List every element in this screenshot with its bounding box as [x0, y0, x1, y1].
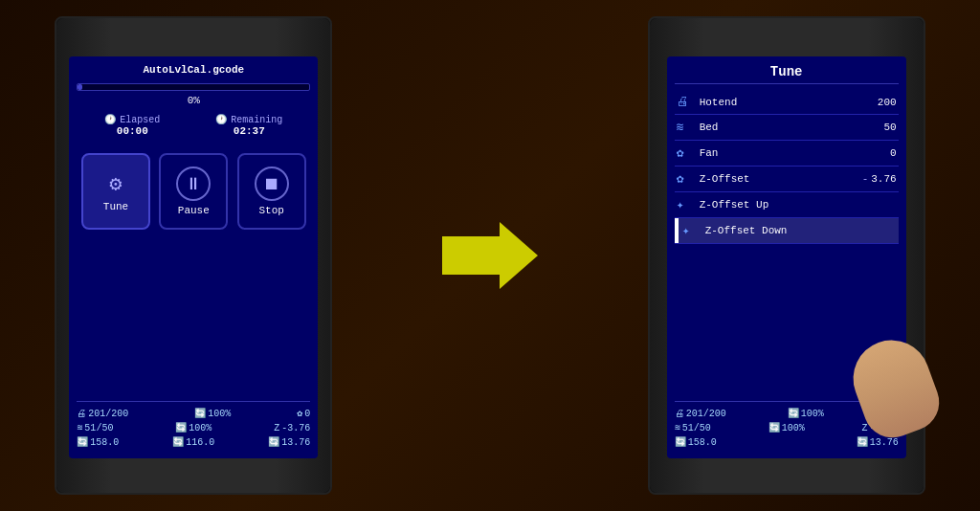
r-x-status: 🔄 158.0 [675, 436, 717, 448]
status-row-2: ≋ 51/50 🔄 100% Z -3.76 [77, 422, 310, 433]
r-bed-status: ≋ 51/50 [675, 422, 711, 433]
status-row-r2: ≋ 51/50 🔄 100% Z -3.76 [675, 422, 899, 433]
r-z-coord-icon: 🔄 [857, 436, 868, 448]
hotend-tune-icon: 🖨 [677, 95, 696, 109]
r-hotend-reading: 201/200 [686, 409, 726, 419]
r-bed-speed: 🔄 100% [768, 422, 805, 433]
z-status: Z -3.76 [274, 423, 310, 433]
speed-status: 🔄 100% [194, 408, 231, 419]
zoffset-up-label: Z-Offset Up [700, 199, 897, 211]
status-bar-left: 🖨 201/200 🔄 100% ✿ 0 [77, 401, 310, 451]
buttons-row: ⚙ Tune ⏸ Pause ⏹ Stop [77, 153, 310, 230]
y-icon: 🔄 [172, 436, 184, 448]
bed-status: ≋ 51/50 [77, 422, 113, 433]
fan-tune-label: Fan [700, 147, 890, 159]
progress-pct: 0% [77, 95, 310, 106]
r-bed-icon: ≋ [675, 422, 680, 433]
bed-tune-icon: ≋ [677, 120, 696, 135]
stop-label: Stop [258, 205, 283, 216]
selected-indicator [675, 218, 679, 243]
z-coord-status: 🔄 13.76 [268, 436, 310, 448]
fan-status: ✿ 0 [297, 408, 310, 419]
screen-left: AutoLvlCal.gcode 0% 🕐 Elapsed 00:00 [69, 56, 318, 458]
tune-item-bed[interactable]: ≋ Bed 50 [675, 115, 899, 141]
arrow-container [442, 222, 538, 289]
hotend-status: 🖨 201/200 [77, 408, 128, 419]
fan-tune-icon: ✿ [677, 145, 696, 161]
tune-button[interactable]: ⚙ Tune [81, 153, 150, 230]
zoffset-down-label: Z-Offset Down [705, 225, 897, 236]
status-row-1: 🖨 201/200 🔄 100% ✿ 0 [77, 408, 310, 419]
bed-speed-icon: 🔄 [175, 422, 187, 433]
bed-reading: 51/50 [84, 423, 113, 433]
printer-left: AutoLvlCal.gcode 0% 🕐 Elapsed 00:00 [55, 16, 332, 495]
speed-icon: 🔄 [194, 408, 206, 419]
zoffset-minus-icon: - [862, 173, 869, 185]
zoffset-tune-label: Z-Offset [700, 173, 862, 185]
fan-tune-value: 0 [890, 147, 897, 159]
x-status: 🔄 158.0 [77, 436, 119, 448]
r-z-coord-status: 🔄 13.76 [857, 436, 899, 448]
bed-icon: ≋ [77, 422, 82, 433]
r-hotend-status: 🖨 201/200 [675, 408, 726, 419]
remaining-block: 🕐 Remaining 02:37 [215, 114, 282, 137]
remaining-value: 02:37 [234, 125, 265, 137]
z-coord-icon: 🔄 [268, 436, 279, 448]
r-x-icon: 🔄 [675, 436, 686, 448]
time-row: 🕐 Elapsed 00:00 🕐 Remaining 02:37 [77, 114, 310, 137]
y-status: 🔄 116.0 [172, 436, 214, 448]
progress-bar-container [77, 83, 310, 91]
pause-icon: ⏸ [176, 167, 211, 201]
fan-icon: ✿ [297, 408, 302, 419]
r-bed-reading: 51/50 [682, 423, 711, 433]
x-icon: 🔄 [77, 436, 88, 448]
tune-item-hotend[interactable]: 🖨 Hotend 200 [675, 90, 899, 115]
remaining-label: 🕐 Remaining [215, 114, 282, 125]
z-icon: Z [274, 423, 279, 433]
pause-label: Pause [178, 205, 210, 216]
timer-icon: 🕐 [215, 114, 227, 125]
tune-title: Tune [675, 64, 899, 84]
r-bed-speed-icon: 🔄 [768, 422, 780, 433]
progress-bar-fill [78, 84, 82, 90]
pause-button[interactable]: ⏸ Pause [159, 153, 228, 230]
hotend-icon: 🖨 [77, 408, 86, 419]
stop-button[interactable]: ⏹ Stop [237, 153, 306, 230]
filename: AutoLvlCal.gcode [77, 64, 310, 76]
zoffset-down-icon: ✦ [682, 223, 702, 238]
tune-item-zoffset-down[interactable]: ✦ Z-Offset Down [675, 218, 899, 244]
status-row-3: 🔄 158.0 🔄 116.0 🔄 13.76 [77, 436, 310, 448]
r-z-icon: Z [862, 423, 868, 433]
hotend-tune-value: 200 [878, 97, 897, 108]
r-speed-status: 🔄 100% [788, 408, 824, 419]
scene: AutoLvlCal.gcode 0% 🕐 Elapsed 00:00 [0, 0, 980, 511]
r-speed-icon: 🔄 [788, 408, 799, 419]
arrow-right-icon [442, 222, 538, 289]
r-hotend-icon: 🖨 [675, 408, 684, 419]
tune-item-zoffset[interactable]: ✿ Z-Offset - 3.76 [675, 167, 899, 192]
zoffset-tune-icon: ✿ [677, 171, 696, 187]
zoffset-tune-value: 3.76 [871, 173, 896, 185]
printer-right: Tune 🖨 Hotend 200 ≋ Bed 50 ✿ Fan 0 [648, 16, 925, 495]
gear-icon: ⚙ [109, 171, 122, 197]
clock-icon: 🕐 [104, 114, 116, 125]
stop-icon: ⏹ [255, 167, 289, 201]
zoffset-up-icon: ✦ [677, 197, 696, 212]
svg-marker-0 [442, 222, 538, 289]
bed-speed: 🔄 100% [175, 422, 212, 433]
elapsed-label: 🕐 Elapsed [104, 114, 160, 125]
elapsed-value: 00:00 [117, 125, 148, 137]
bed-tune-label: Bed [700, 122, 884, 133]
status-row-r3: 🔄 158.0 🔄 13.76 [675, 436, 899, 448]
elapsed-block: 🕐 Elapsed 00:00 [104, 114, 160, 137]
hotend-reading: 201/200 [88, 409, 128, 419]
bed-tune-value: 50 [883, 122, 896, 133]
tune-label: Tune [103, 201, 128, 212]
tune-item-fan[interactable]: ✿ Fan 0 [675, 141, 899, 167]
tune-item-zoffset-up[interactable]: ✦ Z-Offset Up [675, 192, 899, 218]
hotend-tune-label: Hotend [700, 97, 878, 108]
